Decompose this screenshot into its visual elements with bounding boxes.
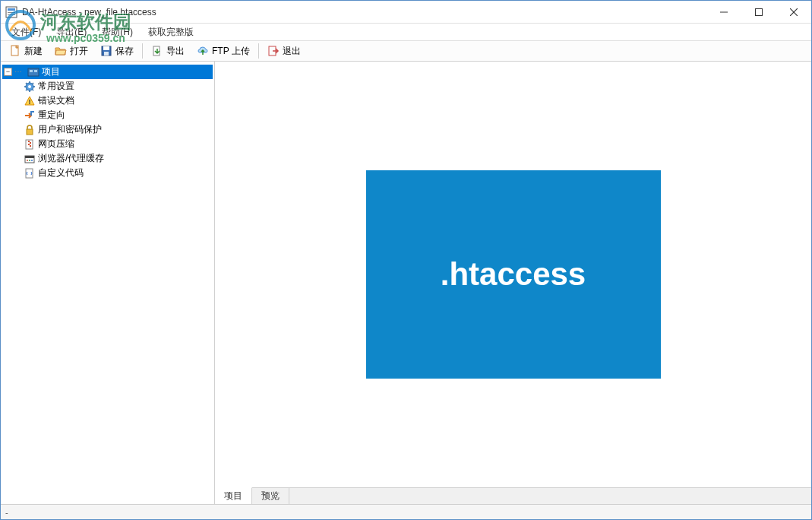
- export-label: 导出: [166, 45, 185, 58]
- save-button[interactable]: 保存: [95, 43, 139, 60]
- menu-export[interactable]: 导出(E): [50, 24, 93, 40]
- ftp-upload-icon: [197, 45, 209, 57]
- maximize-button[interactable]: [741, 1, 776, 24]
- project-icon: [27, 66, 39, 78]
- settings-icon: [24, 81, 36, 93]
- tree-item-label: 浏览器/代理缓存: [38, 152, 104, 165]
- menu-file[interactable]: 文件(F): [5, 24, 47, 40]
- main-panel: .htaccess 项目 预览: [215, 62, 811, 504]
- htaccess-logo-box: .htaccess: [366, 170, 661, 379]
- new-file-icon: [9, 45, 21, 57]
- tree: − ⋯ 项目 常用设置 ! 错误文档 重定向: [1, 62, 214, 504]
- menu-getfull[interactable]: 获取完整版: [142, 24, 200, 40]
- code-icon: [24, 167, 36, 179]
- svg-rect-6: [8, 14, 15, 15]
- window-title: DA-HtAccess - new_file.htaccess: [22, 7, 706, 17]
- toolbar-separator: [142, 43, 143, 59]
- svg-rect-5: [8, 12, 15, 13]
- toolbar: 新建 打开 保存 导出 FTP 上传 退出: [1, 40, 811, 62]
- menu-help[interactable]: 帮助(H): [96, 24, 139, 40]
- collapse-icon[interactable]: −: [4, 68, 12, 76]
- save-icon: [100, 45, 112, 57]
- tree-root-project[interactable]: − ⋯ 项目: [2, 65, 213, 79]
- tab-project[interactable]: 项目: [215, 487, 252, 504]
- tree-item-label: 重定向: [38, 109, 65, 122]
- svg-rect-19: [34, 70, 37, 72]
- body: − ⋯ 项目 常用设置 ! 错误文档 重定向: [1, 62, 811, 504]
- svg-rect-4: [8, 8, 15, 11]
- tree-item-user-password[interactable]: 用户和密码保护: [2, 122, 213, 137]
- error-doc-icon: !: [24, 95, 36, 107]
- tree-item-error-docs[interactable]: ! 错误文档: [2, 94, 213, 108]
- svg-rect-26: [30, 142, 31, 144]
- cache-icon: [24, 153, 36, 165]
- open-button[interactable]: 打开: [49, 43, 93, 60]
- svg-rect-18: [30, 70, 33, 72]
- tree-item-label: 错误文档: [38, 94, 74, 107]
- new-label: 新建: [24, 45, 43, 58]
- lock-icon: [24, 124, 36, 136]
- content-area: .htaccess: [215, 62, 811, 487]
- ftp-upload-button[interactable]: FTP 上传: [191, 43, 255, 60]
- bottom-tabstrip: 项目 预览: [215, 487, 811, 504]
- exit-icon: [267, 45, 280, 57]
- tree-item-label: 自定义代码: [38, 166, 84, 179]
- htaccess-logo-text: .htaccess: [441, 256, 586, 293]
- svg-rect-13: [103, 46, 109, 50]
- tree-item-common-settings[interactable]: 常用设置: [2, 79, 213, 94]
- save-label: 保存: [115, 45, 134, 58]
- export-icon: [151, 45, 163, 57]
- tree-item-redirect[interactable]: 重定向: [2, 108, 213, 122]
- svg-rect-25: [28, 141, 30, 142]
- sidebar: − ⋯ 项目 常用设置 ! 错误文档 重定向: [1, 62, 215, 504]
- app-window: 河东软件园 www.pc0359.cn DA-HtAccess - new_fi…: [0, 0, 812, 520]
- svg-rect-30: [25, 156, 34, 158]
- window-controls: [706, 1, 811, 24]
- svg-rect-15: [153, 46, 160, 55]
- tree-item-label: 常用设置: [38, 80, 74, 93]
- ftp-label: FTP 上传: [212, 45, 250, 58]
- svg-rect-14: [104, 52, 109, 55]
- tree-item-label: 用户和密码保护: [38, 123, 102, 136]
- toolbar-separator: [258, 43, 259, 59]
- tree-item-compression[interactable]: 网页压缩: [2, 137, 213, 151]
- tree-item-label: 网页压缩: [38, 138, 74, 151]
- compress-icon: [24, 138, 36, 151]
- app-icon: [5, 6, 17, 18]
- menubar: 文件(F) 导出(E) 帮助(H) 获取完整版: [1, 24, 811, 40]
- svg-rect-27: [28, 144, 30, 145]
- open-label: 打开: [70, 45, 88, 58]
- tree-item-browser-cache[interactable]: 浏览器/代理缓存: [2, 151, 213, 166]
- tree-item-custom-code[interactable]: 自定义代码: [2, 166, 213, 180]
- svg-point-32: [29, 160, 30, 161]
- svg-rect-8: [756, 8, 763, 15]
- statusbar: -: [1, 504, 811, 519]
- dotted-connector: ⋯: [14, 68, 25, 76]
- close-button[interactable]: [776, 1, 811, 24]
- svg-point-31: [27, 160, 28, 161]
- status-text: -: [5, 508, 8, 517]
- export-button[interactable]: 导出: [146, 43, 190, 60]
- tab-preview[interactable]: 预览: [252, 488, 289, 504]
- new-button[interactable]: 新建: [4, 43, 48, 60]
- svg-point-21: [28, 85, 31, 88]
- svg-point-33: [31, 160, 33, 161]
- titlebar: DA-HtAccess - new_file.htaccess: [1, 1, 811, 24]
- open-folder-icon: [55, 45, 67, 57]
- minimize-button[interactable]: [706, 1, 741, 24]
- tree-root-label: 项目: [42, 65, 60, 78]
- svg-rect-28: [30, 145, 31, 147]
- svg-text:!: !: [29, 98, 31, 106]
- redirect-icon: [24, 109, 36, 122]
- exit-label: 退出: [283, 45, 301, 58]
- exit-button[interactable]: 退出: [262, 43, 306, 60]
- svg-rect-23: [27, 129, 33, 135]
